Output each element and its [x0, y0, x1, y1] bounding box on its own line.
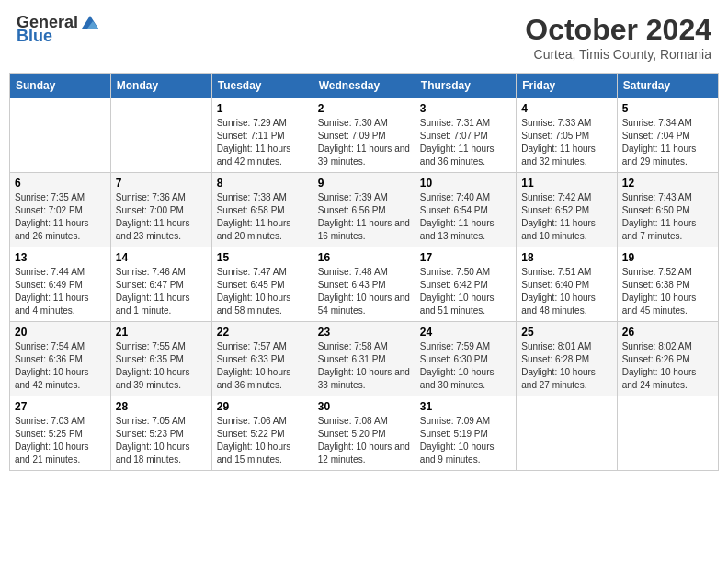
day-number: 6	[15, 177, 106, 190]
day-number: 20	[15, 326, 106, 339]
day-number: 2	[318, 102, 410, 115]
calendar-cell	[10, 98, 111, 173]
calendar-cell: 5Sunrise: 7:34 AMSunset: 7:04 PMDaylight…	[617, 98, 718, 173]
day-info: Sunrise: 7:42 AMSunset: 6:52 PMDaylight:…	[521, 191, 611, 243]
day-info: Sunrise: 7:55 AMSunset: 6:35 PMDaylight:…	[116, 340, 207, 392]
day-number: 23	[318, 326, 410, 339]
day-number: 17	[420, 251, 511, 264]
calendar-cell: 11Sunrise: 7:42 AMSunset: 6:52 PMDayligh…	[517, 173, 617, 247]
calendar-cell: 14Sunrise: 7:46 AMSunset: 6:47 PMDayligh…	[110, 247, 211, 322]
day-number: 21	[116, 326, 207, 339]
logo-icon	[80, 12, 100, 32]
day-number: 9	[318, 177, 410, 190]
calendar-cell: 3Sunrise: 7:31 AMSunset: 7:07 PMDaylight…	[415, 98, 516, 173]
day-number: 19	[622, 251, 713, 264]
day-info: Sunrise: 7:05 AMSunset: 5:23 PMDaylight:…	[116, 415, 207, 466]
month-title: October 2024	[525, 13, 711, 47]
day-info: Sunrise: 7:29 AMSunset: 7:11 PMDaylight:…	[217, 117, 308, 168]
day-info: Sunrise: 7:36 AMSunset: 7:00 PMDaylight:…	[116, 191, 207, 243]
calendar-cell: 29Sunrise: 7:06 AMSunset: 5:22 PMDayligh…	[211, 396, 313, 471]
day-number: 31	[420, 400, 511, 413]
day-info: Sunrise: 7:51 AMSunset: 6:40 PMDaylight:…	[521, 266, 611, 317]
calendar-table: SundayMondayTuesdayWednesdayThursdayFrid…	[9, 73, 719, 471]
weekday-header-row: SundayMondayTuesdayWednesdayThursdayFrid…	[10, 74, 719, 98]
day-info: Sunrise: 7:08 AMSunset: 5:20 PMDaylight:…	[318, 415, 410, 466]
day-info: Sunrise: 7:59 AMSunset: 6:30 PMDaylight:…	[420, 340, 511, 392]
day-info: Sunrise: 7:44 AMSunset: 6:49 PMDaylight:…	[15, 266, 106, 317]
calendar-cell: 30Sunrise: 7:08 AMSunset: 5:20 PMDayligh…	[313, 396, 415, 471]
day-number: 14	[116, 251, 207, 264]
day-info: Sunrise: 7:47 AMSunset: 6:45 PMDaylight:…	[217, 266, 308, 317]
calendar-week-5: 27Sunrise: 7:03 AMSunset: 5:25 PMDayligh…	[10, 396, 719, 471]
day-number: 29	[217, 400, 308, 413]
day-info: Sunrise: 7:57 AMSunset: 6:33 PMDaylight:…	[217, 340, 308, 392]
day-number: 1	[217, 102, 308, 115]
day-info: Sunrise: 7:54 AMSunset: 6:36 PMDaylight:…	[15, 340, 106, 392]
weekday-header-wednesday: Wednesday	[313, 74, 415, 98]
day-info: Sunrise: 7:48 AMSunset: 6:43 PMDaylight:…	[318, 266, 410, 317]
day-number: 22	[217, 326, 308, 339]
calendar-cell: 8Sunrise: 7:38 AMSunset: 6:58 PMDaylight…	[211, 173, 313, 247]
day-info: Sunrise: 7:06 AMSunset: 5:22 PMDaylight:…	[217, 415, 308, 466]
calendar-cell: 13Sunrise: 7:44 AMSunset: 6:49 PMDayligh…	[10, 247, 111, 322]
location-subtitle: Curtea, Timis County, Romania	[525, 47, 711, 62]
weekday-header-saturday: Saturday	[617, 74, 718, 98]
day-number: 3	[420, 102, 511, 115]
calendar-cell: 24Sunrise: 7:59 AMSunset: 6:30 PMDayligh…	[415, 322, 516, 396]
calendar-cell: 9Sunrise: 7:39 AMSunset: 6:56 PMDaylight…	[313, 173, 415, 247]
weekday-header-friday: Friday	[517, 74, 617, 98]
calendar-cell: 18Sunrise: 7:51 AMSunset: 6:40 PMDayligh…	[517, 247, 617, 322]
day-info: Sunrise: 7:34 AMSunset: 7:04 PMDaylight:…	[622, 117, 713, 168]
calendar-cell: 10Sunrise: 7:40 AMSunset: 6:54 PMDayligh…	[415, 173, 516, 247]
day-info: Sunrise: 7:46 AMSunset: 6:47 PMDaylight:…	[116, 266, 207, 317]
day-info: Sunrise: 7:35 AMSunset: 7:02 PMDaylight:…	[15, 191, 106, 243]
calendar-cell: 4Sunrise: 7:33 AMSunset: 7:05 PMDaylight…	[517, 98, 617, 173]
day-info: Sunrise: 8:01 AMSunset: 6:28 PMDaylight:…	[521, 340, 611, 392]
calendar-cell: 28Sunrise: 7:05 AMSunset: 5:23 PMDayligh…	[110, 396, 211, 471]
day-number: 16	[318, 251, 410, 264]
calendar-cell: 27Sunrise: 7:03 AMSunset: 5:25 PMDayligh…	[10, 396, 111, 471]
day-info: Sunrise: 7:52 AMSunset: 6:38 PMDaylight:…	[622, 266, 713, 317]
calendar-cell: 26Sunrise: 8:02 AMSunset: 6:26 PMDayligh…	[617, 322, 718, 396]
day-number: 15	[217, 251, 308, 264]
day-info: Sunrise: 7:30 AMSunset: 7:09 PMDaylight:…	[318, 117, 410, 168]
calendar-cell: 12Sunrise: 7:43 AMSunset: 6:50 PMDayligh…	[617, 173, 718, 247]
day-number: 8	[217, 177, 308, 190]
weekday-header-tuesday: Tuesday	[211, 74, 313, 98]
logo: General Blue	[17, 13, 100, 46]
calendar-cell: 20Sunrise: 7:54 AMSunset: 6:36 PMDayligh…	[10, 322, 111, 396]
day-number: 18	[521, 251, 611, 264]
day-number: 28	[116, 400, 207, 413]
calendar-cell: 21Sunrise: 7:55 AMSunset: 6:35 PMDayligh…	[110, 322, 211, 396]
day-number: 7	[116, 177, 207, 190]
weekday-header-thursday: Thursday	[415, 74, 516, 98]
day-number: 24	[420, 326, 511, 339]
day-info: Sunrise: 7:43 AMSunset: 6:50 PMDaylight:…	[622, 191, 713, 243]
day-info: Sunrise: 8:02 AMSunset: 6:26 PMDaylight:…	[622, 340, 713, 392]
day-number: 30	[318, 400, 410, 413]
day-number: 10	[420, 177, 511, 190]
logo-blue-text: Blue	[17, 27, 52, 46]
calendar-cell: 23Sunrise: 7:58 AMSunset: 6:31 PMDayligh…	[313, 322, 415, 396]
calendar-cell: 31Sunrise: 7:09 AMSunset: 5:19 PMDayligh…	[415, 396, 516, 471]
calendar-cell: 19Sunrise: 7:52 AMSunset: 6:38 PMDayligh…	[617, 247, 718, 322]
day-info: Sunrise: 7:03 AMSunset: 5:25 PMDaylight:…	[15, 415, 106, 466]
day-number: 12	[622, 177, 713, 190]
calendar-week-2: 6Sunrise: 7:35 AMSunset: 7:02 PMDaylight…	[10, 173, 719, 247]
calendar-cell: 17Sunrise: 7:50 AMSunset: 6:42 PMDayligh…	[415, 247, 516, 322]
day-info: Sunrise: 7:40 AMSunset: 6:54 PMDaylight:…	[420, 191, 511, 243]
calendar-week-4: 20Sunrise: 7:54 AMSunset: 6:36 PMDayligh…	[10, 322, 719, 396]
calendar-cell: 15Sunrise: 7:47 AMSunset: 6:45 PMDayligh…	[211, 247, 313, 322]
day-number: 13	[15, 251, 106, 264]
day-number: 5	[622, 102, 713, 115]
calendar-week-1: 1Sunrise: 7:29 AMSunset: 7:11 PMDaylight…	[10, 98, 719, 173]
day-info: Sunrise: 7:39 AMSunset: 6:56 PMDaylight:…	[318, 191, 410, 243]
title-section: October 2024 Curtea, Timis County, Roman…	[525, 13, 711, 62]
day-info: Sunrise: 7:38 AMSunset: 6:58 PMDaylight:…	[217, 191, 308, 243]
calendar-cell	[617, 396, 718, 471]
calendar-cell: 2Sunrise: 7:30 AMSunset: 7:09 PMDaylight…	[313, 98, 415, 173]
calendar-cell: 16Sunrise: 7:48 AMSunset: 6:43 PMDayligh…	[313, 247, 415, 322]
calendar-cell: 25Sunrise: 8:01 AMSunset: 6:28 PMDayligh…	[517, 322, 617, 396]
day-number: 4	[521, 102, 611, 115]
day-number: 25	[521, 326, 611, 339]
